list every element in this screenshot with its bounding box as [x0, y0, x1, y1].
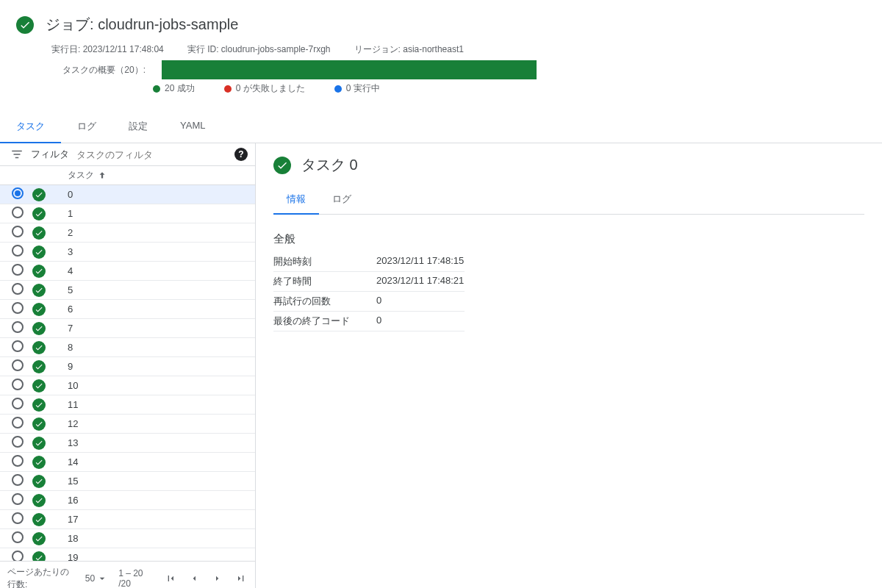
task-radio[interactable] — [12, 359, 24, 371]
task-radio[interactable] — [12, 283, 24, 295]
success-icon — [16, 16, 34, 34]
table-row[interactable]: 13 — [0, 434, 255, 453]
task-id-cell: 0 — [54, 189, 255, 200]
success-icon — [32, 265, 46, 278]
table-row[interactable]: 18 — [0, 529, 255, 548]
table-row[interactable]: 15 — [0, 472, 255, 491]
task-radio[interactable] — [12, 245, 24, 257]
sort-asc-icon — [97, 171, 107, 181]
table-row[interactable]: 7 — [0, 319, 255, 338]
task-radio[interactable] — [12, 226, 24, 237]
task-radio[interactable] — [12, 321, 24, 333]
last-page-button[interactable] — [234, 571, 248, 586]
prev-page-button[interactable] — [187, 571, 201, 586]
kv-retry-value: 0 — [376, 295, 465, 308]
pagination-range: 1 – 20 /20 — [118, 568, 154, 588]
task-id-cell: 16 — [54, 495, 255, 506]
table-row[interactable]: 12 — [0, 415, 255, 434]
table-row[interactable]: 16 — [0, 491, 255, 510]
table-row[interactable]: 14 — [0, 453, 255, 472]
task-radio[interactable] — [12, 474, 24, 486]
task-radio[interactable] — [12, 302, 24, 314]
task-radio[interactable] — [12, 436, 24, 448]
help-icon[interactable]: ? — [234, 148, 248, 161]
filter-label: フィルタ — [31, 148, 69, 161]
filter-icon — [10, 148, 24, 161]
task-radio[interactable] — [12, 417, 24, 429]
success-icon — [32, 494, 46, 507]
task-id-cell: 5 — [54, 284, 255, 295]
task-id-cell: 11 — [54, 399, 255, 410]
legend-failed-label: 0 が失敗しました — [236, 82, 305, 95]
task-radio[interactable] — [12, 187, 24, 199]
task-radio[interactable] — [12, 264, 24, 276]
success-icon — [32, 398, 46, 412]
detail-tab-info[interactable]: 情報 — [273, 185, 319, 215]
tab-log[interactable]: ログ — [61, 111, 112, 143]
detail-tabs: 情報 ログ — [273, 185, 864, 215]
task-id-cell: 2 — [54, 227, 255, 238]
legend-success-icon — [153, 85, 160, 93]
next-page-button[interactable] — [211, 571, 224, 586]
table-row[interactable]: 0 — [0, 185, 255, 204]
kv-end-label: 終了時間 — [273, 275, 376, 288]
task-radio[interactable] — [12, 493, 24, 505]
success-icon — [273, 157, 291, 174]
task-list-panel: フィルタ ? タスク 01234567891011121314151617181… — [0, 143, 256, 588]
pagination: ページあたりの行数: 50 1 – 20 /20 — [0, 561, 255, 588]
kv-exit-value: 0 — [376, 315, 465, 328]
kv-exit-label: 最後の終了コード — [273, 315, 376, 328]
tab-settings[interactable]: 設定 — [112, 111, 164, 143]
tab-yaml[interactable]: YAML — [164, 111, 221, 143]
table-row[interactable]: 19 — [0, 548, 255, 561]
table-row[interactable]: 10 — [0, 376, 255, 395]
task-id-cell: 14 — [54, 456, 255, 467]
table-row[interactable]: 5 — [0, 281, 255, 300]
success-icon — [32, 456, 46, 469]
task-column-header[interactable]: タスク — [54, 169, 255, 182]
task-id-cell: 3 — [54, 246, 255, 257]
task-radio[interactable] — [12, 398, 24, 409]
legend-running-label: 0 実行中 — [346, 82, 380, 95]
table-row[interactable]: 8 — [0, 338, 255, 357]
filter-input[interactable] — [76, 149, 227, 160]
table-row[interactable]: 17 — [0, 510, 255, 529]
task-radio[interactable] — [12, 379, 24, 390]
detail-tab-log[interactable]: ログ — [319, 185, 365, 214]
table-row[interactable]: 6 — [0, 300, 255, 319]
task-radio[interactable] — [12, 512, 24, 524]
task-summary-bar — [162, 60, 537, 79]
task-id-cell: 7 — [54, 323, 255, 334]
task-radio[interactable] — [12, 551, 24, 561]
task-id-cell: 18 — [54, 533, 255, 544]
main-tabs: タスク ログ 設定 YAML — [0, 111, 882, 143]
general-heading: 全般 — [273, 232, 864, 246]
table-row[interactable]: 3 — [0, 243, 255, 262]
success-icon — [32, 322, 46, 335]
kv-start-value: 2023/12/11 17:48:15 — [376, 255, 465, 268]
tab-task[interactable]: タスク — [0, 111, 61, 143]
success-icon — [32, 207, 46, 220]
task-id-cell: 19 — [54, 552, 255, 561]
task-radio[interactable] — [12, 340, 24, 352]
table-row[interactable]: 4 — [0, 262, 255, 281]
task-radio[interactable] — [12, 531, 24, 543]
table-row[interactable]: 1 — [0, 204, 255, 223]
chevron-down-icon — [96, 573, 108, 584]
table-row[interactable]: 9 — [0, 357, 255, 376]
rows-per-page-select[interactable]: 50 — [85, 573, 108, 584]
success-icon — [32, 341, 46, 354]
success-icon — [32, 379, 46, 392]
task-id-cell: 1 — [54, 208, 255, 219]
table-row[interactable]: 2 — [0, 223, 255, 243]
task-detail-title: タスク 0 — [301, 155, 358, 175]
general-kv-table: 開始時刻2023/12/11 17:48:15 終了時間2023/12/11 1… — [273, 252, 465, 331]
task-radio[interactable] — [12, 455, 24, 467]
task-radio[interactable] — [12, 207, 24, 218]
first-page-button[interactable] — [164, 571, 177, 586]
success-icon — [32, 284, 46, 297]
table-row[interactable]: 11 — [0, 395, 255, 415]
success-icon — [32, 226, 46, 240]
task-id-cell: 10 — [54, 380, 255, 391]
page-title: ジョブ: cloudrun-jobs-sample — [46, 15, 238, 35]
